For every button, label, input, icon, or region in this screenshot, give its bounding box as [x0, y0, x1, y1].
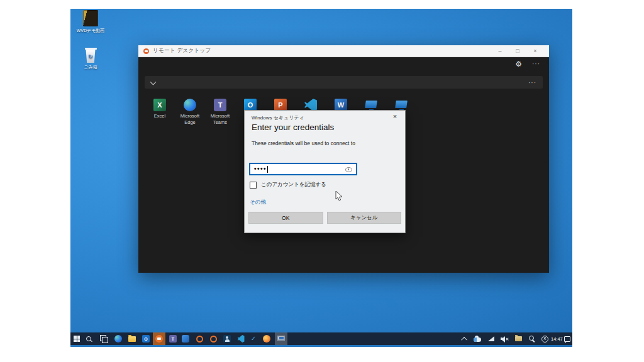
taskbar-remote-desktop-active[interactable] [153, 332, 165, 345]
orange-ring-icon [196, 336, 203, 343]
tray-status[interactable] [538, 332, 551, 345]
app-shortcut-excel[interactable]: X Excel [145, 99, 175, 126]
windows-security-dialog: Windows セキュリティ × Enter your credentials … [244, 110, 406, 233]
desktop-icon-label: ごみ箱 [73, 64, 108, 70]
key-link-icon [529, 336, 536, 343]
remote-desktop-icon [155, 335, 163, 343]
app-shortcut-edge[interactable]: Microsoft Edge [175, 99, 205, 126]
edge-icon [114, 335, 122, 343]
dialog-title: Enter your credentials [252, 123, 334, 132]
word-icon: W [335, 99, 347, 111]
outlook-icon: O [142, 335, 150, 343]
desktop-icon-recycle-bin[interactable]: ↻ ごみ箱 [73, 48, 108, 70]
session-desktop-icon [395, 99, 408, 111]
desktop-icon-wvd-folder[interactable]: WVDデモ動画 [73, 10, 108, 34]
tray-onedrive[interactable] [471, 332, 484, 345]
checkmark-icon: ✓ [251, 336, 256, 342]
workspace-group-header[interactable]: ··· [145, 76, 543, 89]
remote-session-monitor-icon [277, 336, 285, 343]
taskbar-rd-client-1[interactable] [193, 332, 206, 345]
session-desktop-icon [365, 99, 377, 111]
blue-app-icon [182, 335, 189, 343]
dialog-subtitle: These credentials will be used to connec… [252, 140, 355, 146]
group-more-icon[interactable]: ··· [528, 79, 536, 86]
maximize-button[interactable]: □ [509, 45, 526, 57]
taskbar-blue-app[interactable] [179, 332, 192, 345]
remember-account-row[interactable]: このアカウントを記憶する [250, 181, 326, 189]
taskbar-vscode[interactable] [235, 332, 247, 345]
taskbar-edge[interactable] [112, 332, 125, 345]
close-button[interactable]: × [526, 45, 544, 57]
onedrive-cloud-icon [474, 337, 481, 342]
remote-desktop-app-icon [143, 48, 149, 54]
window-title: リモート デスクトップ [153, 47, 211, 55]
text-caret [267, 166, 268, 173]
ok-button[interactable]: OK [248, 212, 323, 224]
dialog-close-icon[interactable]: × [391, 112, 399, 120]
more-choices-link[interactable]: その他 [250, 199, 266, 206]
tray-network[interactable] [485, 332, 497, 345]
task-view-button[interactable] [97, 332, 110, 345]
taskbar-firefox[interactable] [260, 332, 273, 345]
windows-logo-icon [74, 336, 80, 342]
folder-icon [83, 10, 98, 26]
circle-x-icon [541, 336, 548, 343]
taskbar: O T ✓ 14:47 [70, 332, 572, 345]
password-input[interactable]: •••• [249, 163, 357, 175]
edge-icon [184, 99, 196, 111]
teams-icon: T [169, 335, 177, 343]
chevron-down-icon[interactable] [150, 79, 157, 85]
taskbar-outlook[interactable]: O [140, 332, 152, 345]
recycle-arrows-icon: ↻ [86, 50, 96, 63]
tray-folder[interactable] [512, 332, 525, 345]
outlook-icon: O [244, 99, 257, 111]
taskbar-mstsc-focused[interactable] [275, 332, 287, 345]
tray-connection[interactable] [526, 332, 538, 345]
window-titlebar[interactable]: リモート デスクトップ – □ × [138, 45, 549, 57]
task-view-icon [100, 335, 106, 341]
tray-show-hidden-icons[interactable] [458, 332, 471, 345]
remember-account-label: このアカウントを記憶する [261, 181, 326, 189]
app-label: Microsoft Teams [205, 113, 235, 126]
start-button[interactable] [70, 332, 83, 345]
action-center-button[interactable] [561, 332, 574, 345]
teams-icon: T [214, 99, 226, 111]
app-label: Excel [145, 113, 175, 119]
tray-folder-icon [515, 336, 522, 341]
tray-volume-muted[interactable] [498, 332, 511, 345]
speaker-muted-icon [501, 336, 509, 342]
app-shortcut-teams[interactable]: T Microsoft Teams [205, 99, 235, 126]
taskbar-teams[interactable]: T [167, 332, 179, 345]
firefox-icon [263, 335, 270, 343]
chevron-up-icon [461, 336, 467, 343]
password-masked-value: •••• [254, 166, 267, 172]
excel-icon: X [153, 99, 166, 111]
visual-studio-icon [304, 99, 317, 111]
mouse-cursor [335, 190, 343, 204]
search-icon [86, 336, 92, 343]
network-signal-icon [488, 336, 494, 341]
reveal-password-eye-icon[interactable] [345, 167, 352, 172]
taskbar-contacts-app[interactable] [221, 332, 233, 345]
vscode-icon [238, 335, 245, 343]
file-explorer-icon [128, 336, 136, 342]
desktop-icon-label: WVDデモ動画 [73, 28, 108, 34]
cancel-button[interactable]: キャンセル [327, 212, 402, 224]
taskbar-rd-client-2[interactable] [207, 332, 219, 345]
settings-gear-icon[interactable]: ⚙ [515, 60, 522, 68]
recycle-bin-icon [85, 48, 97, 50]
person-icon [223, 335, 231, 343]
taskbar-check-app[interactable]: ✓ [247, 332, 260, 345]
powerpoint-icon: P [274, 99, 287, 111]
search-button[interactable] [82, 332, 95, 345]
more-options-icon[interactable]: ··· [532, 61, 540, 67]
app-label: Microsoft Edge [175, 113, 205, 126]
taskbar-file-explorer[interactable] [126, 332, 138, 345]
minimize-button[interactable]: – [491, 45, 509, 57]
action-center-icon [564, 336, 570, 342]
orange-ring-icon [210, 336, 217, 343]
dialog-header: Windows セキュリティ [252, 114, 304, 121]
remember-account-checkbox[interactable] [250, 182, 257, 189]
